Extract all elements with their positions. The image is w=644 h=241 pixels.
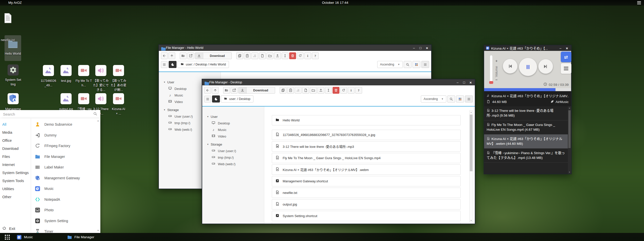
- upload-button[interactable]: [274, 52, 281, 59]
- new-folder-button[interactable]: [267, 52, 273, 59]
- category-media[interactable]: Media: [0, 128, 31, 136]
- volume-down-button[interactable]: −: [494, 78, 499, 82]
- exit-button[interactable]: Exit: [2, 226, 15, 231]
- fm-titlebar[interactable]: File Manager - Desktop – □ ×: [202, 79, 475, 85]
- trash-button[interactable]: [289, 52, 296, 59]
- minimize-button[interactable]: –: [455, 81, 460, 84]
- scrollbar[interactable]: ▲ ▼: [469, 111, 473, 222]
- category-utilities[interactable]: Utilities: [0, 185, 31, 193]
- airmusic-label[interactable]: AirMusic: [555, 100, 569, 104]
- playlist-item[interactable]: 『雪峰 ~yukimine~ Piano & Strings Ver.』を歌って…: [484, 149, 568, 163]
- dark-mode-button[interactable]: [212, 95, 220, 102]
- breadcrumb[interactable]: user: / Desktop / Hello World: [178, 61, 229, 68]
- taskbar-item-file-manager[interactable]: File Manager: [65, 233, 96, 241]
- category-other[interactable]: Other: [0, 193, 31, 201]
- file-row[interactable]: Fly Me To The Moon _ Gawr Gura Sings _ H…: [272, 153, 461, 163]
- open-in-new-button[interactable]: [187, 52, 194, 59]
- app-item-timer[interactable]: Timer: [31, 226, 100, 233]
- maximize-button[interactable]: □: [418, 46, 423, 50]
- desktop-icon-audio[interactable]: 3-12 Therew...: [95, 93, 106, 104]
- list-view-button[interactable]: [465, 95, 473, 102]
- refresh-button[interactable]: [297, 52, 304, 59]
- player-titlebar[interactable]: Kizuna AI × 花譜 #63「かりそめ」【... – ×: [484, 45, 571, 51]
- sidebar-group-storage[interactable]: ▾Storage: [202, 141, 264, 148]
- sidebar-item[interactable]: User (user:/): [202, 148, 264, 154]
- desktop-icon-video[interactable]: Fly Me To Th...: [78, 65, 89, 76]
- minimize-button[interactable]: –: [412, 46, 416, 50]
- menu-button[interactable]: [204, 96, 211, 102]
- scroll-down-icon[interactable]: ▼: [97, 229, 99, 232]
- fm-titlebar[interactable]: File Manager - Hello World – □ ×: [159, 45, 431, 51]
- close-button[interactable]: ×: [468, 80, 473, 85]
- next-track-button[interactable]: [538, 59, 553, 74]
- dark-mode-button[interactable]: [169, 61, 177, 68]
- pause-button[interactable]: [519, 58, 537, 76]
- desktop-icon-image[interactable]: 117346026_49...: [43, 65, 54, 76]
- file-row[interactable]: System Setting.shortcut: [272, 211, 461, 221]
- new-file-button[interactable]: [259, 52, 266, 59]
- list-view-button[interactable]: [421, 61, 429, 68]
- sidebar-item[interactable]: Video: [202, 133, 264, 140]
- desktop-icon-audio[interactable]: 【歌ってみた】愛にできる...: [95, 65, 106, 76]
- desktop-icon-video[interactable]: Kizuna AI× ...: [113, 93, 124, 104]
- file-row[interactable]: output.jpg: [272, 199, 461, 210]
- open-button[interactable]: [180, 52, 187, 59]
- desktop-icon-image[interactable]: test.jpg: [61, 65, 72, 76]
- grid-view-button[interactable]: [456, 95, 464, 102]
- file-row[interactable]: Management Gateway.shortcut: [272, 176, 461, 186]
- volume-handle[interactable]: [489, 81, 493, 84]
- up-button[interactable]: [212, 87, 219, 94]
- close-button[interactable]: ×: [565, 46, 569, 50]
- progress-bar[interactable]: [484, 88, 571, 91]
- cut-button[interactable]: [295, 87, 302, 94]
- copy-button[interactable]: [236, 52, 243, 59]
- app-item-music[interactable]: Music: [31, 183, 100, 194]
- playlist-item[interactable]: Kizuna AI × 花譜 #63「かりそめ」【オリジナルMV】.webm (…: [484, 134, 568, 149]
- paste-button[interactable]: [244, 52, 251, 59]
- new-file-button[interactable]: [302, 87, 309, 94]
- back-button[interactable]: [204, 87, 211, 94]
- app-item-photo[interactable]: Photo: [31, 205, 100, 216]
- copy-button[interactable]: [280, 87, 286, 94]
- desktop-icon-gear[interactable]: System Setting: [8, 64, 19, 76]
- playlist-scrollbar[interactable]: ▲ ▼: [568, 106, 571, 174]
- search-icon[interactable]: [93, 112, 97, 117]
- repeat-button[interactable]: [561, 52, 571, 62]
- category-internet[interactable]: Internet: [0, 161, 31, 169]
- scroll-thumb[interactable]: [568, 110, 571, 148]
- scroll-up-icon[interactable]: ▲: [97, 120, 99, 122]
- app-item-notepada[interactable]: NotepadA: [31, 194, 100, 205]
- app-item-ffmpeg-factory[interactable]: FFmpeg Factory: [31, 141, 100, 151]
- search-button[interactable]: [404, 61, 412, 68]
- app-item-management-gateway[interactable]: Management Gateway: [31, 173, 100, 184]
- info-button[interactable]: i: [304, 52, 311, 59]
- desktop-icon-folder[interactable]: Hello World: [5, 35, 21, 61]
- volume-up-button[interactable]: +: [494, 59, 499, 63]
- refresh-button[interactable]: [340, 87, 347, 94]
- search-input[interactable]: [3, 112, 93, 116]
- minimize-button[interactable]: –: [558, 46, 563, 50]
- category-system-settings[interactable]: System Settings: [0, 169, 31, 177]
- scroll-down-icon[interactable]: ▼: [568, 171, 571, 173]
- sort-order-select[interactable]: Ascending▼: [377, 61, 403, 68]
- desktop-icon-video[interactable]: 『雪峰 ~yu: [78, 93, 89, 104]
- file-row[interactable]: newfile.txt: [272, 188, 461, 198]
- playlist-button[interactable]: [561, 63, 571, 74]
- sort-order-select[interactable]: Ascending▼: [421, 95, 446, 102]
- sidebar-item[interactable]: Web (web:/): [202, 161, 264, 167]
- breadcrumb[interactable]: user: / Desktop: [221, 95, 253, 102]
- brand-label[interactable]: My ArOZ: [8, 1, 22, 5]
- new-folder-button[interactable]: [310, 87, 317, 94]
- desktop-icon-video[interactable]: 【歌ってみた】あの星が飽...: [113, 65, 124, 76]
- category-office[interactable]: Office: [0, 136, 31, 145]
- close-button[interactable]: ×: [425, 46, 429, 50]
- scroll-down-icon[interactable]: ▼: [470, 220, 473, 221]
- desktop-icon-gateway[interactable]: Manageme: [8, 93, 19, 104]
- open-in-new-button[interactable]: [231, 87, 238, 94]
- grid-view-button[interactable]: [413, 61, 420, 68]
- info-button[interactable]: i: [348, 87, 355, 94]
- file-row[interactable]: 117346026_4968186883206677_3276783073763…: [272, 130, 461, 140]
- rename-button[interactable]: [325, 87, 332, 94]
- scroll-up-icon[interactable]: ▲: [470, 111, 473, 113]
- app-item-file-manager[interactable]: File Manager: [31, 151, 100, 162]
